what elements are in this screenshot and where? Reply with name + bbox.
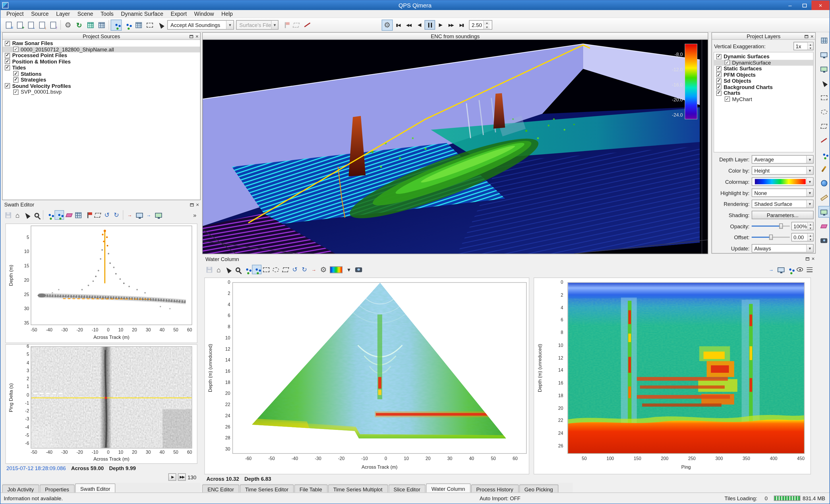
save-icon[interactable] xyxy=(3,210,13,220)
polygon-select-icon[interactable] xyxy=(93,210,102,220)
fast-forward-ping-icon[interactable]: ▶▶ xyxy=(178,473,186,481)
monitor-red-icon[interactable] xyxy=(134,210,144,220)
wc-settings-gear-icon[interactable] xyxy=(319,265,328,274)
tab-properties[interactable]: Properties xyxy=(40,484,74,493)
tab-swath-editor[interactable]: Swath Editor xyxy=(75,483,116,493)
tree-item-strategies[interactable]: Strategies xyxy=(3,77,200,83)
toolbar-overflow-icon[interactable] xyxy=(190,210,199,220)
grid-icon[interactable] xyxy=(73,210,83,220)
tree-item-sound-velocity-profiles[interactable]: Sound Velocity Profiles xyxy=(3,83,200,89)
point-select-icon[interactable] xyxy=(45,210,55,220)
maximize-button[interactable] xyxy=(797,1,811,10)
next-ping-icon[interactable]: ▶ xyxy=(168,473,177,481)
point-edit-icon[interactable] xyxy=(55,210,64,220)
layer-table-icon[interactable] xyxy=(818,34,830,46)
select-soundings-icon[interactable] xyxy=(110,19,122,30)
globe-icon[interactable] xyxy=(818,178,830,189)
title-bar[interactable]: QPS Qimera – × xyxy=(1,1,829,10)
wc-fan-display[interactable] xyxy=(233,283,526,454)
minimize-button[interactable]: – xyxy=(783,1,797,10)
checkbox[interactable] xyxy=(725,60,730,65)
colormap-select[interactable] xyxy=(328,265,344,274)
checkbox[interactable] xyxy=(13,89,19,94)
open-project-icon[interactable] xyxy=(14,19,26,30)
spline-filter-icon[interactable] xyxy=(302,19,313,30)
tab-time-series-multiplot[interactable]: Time Series Multiplot xyxy=(328,484,388,493)
spin-down-icon[interactable]: ▼ xyxy=(808,237,813,241)
send-to-view-icon[interactable]: → xyxy=(144,210,154,220)
spin-down-icon[interactable]: ▼ xyxy=(808,226,813,230)
layer-charts[interactable]: Charts xyxy=(714,90,813,96)
processing-settings-icon[interactable] xyxy=(63,19,74,30)
point-select-icon[interactable] xyxy=(242,265,252,274)
edit-table-icon[interactable] xyxy=(133,19,144,30)
menu-source[interactable]: Source xyxy=(27,11,52,17)
reprocess-icon[interactable] xyxy=(73,19,85,30)
checkbox[interactable] xyxy=(716,72,722,77)
eraser-icon[interactable] xyxy=(818,220,830,232)
spin-up-icon[interactable]: ▲ xyxy=(808,222,813,226)
tab-file-table[interactable]: File Table xyxy=(294,484,327,493)
layer-dynamic-surfaces[interactable]: Dynamic Surfaces xyxy=(714,54,813,59)
tree-item-svp-file[interactable]: SVP_00001.bsvp xyxy=(3,89,200,95)
layer-mychart[interactable]: MyChart xyxy=(714,96,813,102)
rect-select-icon[interactable] xyxy=(261,265,271,274)
scene-3d-view[interactable]: -8.0 -12.0 -16.0 -20.0 -24.0 xyxy=(203,40,708,254)
save-icon[interactable] xyxy=(204,265,214,274)
checkbox[interactable] xyxy=(716,78,722,83)
checkbox[interactable] xyxy=(716,66,722,71)
polygon-select-icon[interactable] xyxy=(281,265,290,274)
filter-reject-icon[interactable] xyxy=(291,19,302,30)
tree-item-processed-point-files[interactable]: Processed Point Files xyxy=(3,53,200,59)
add-processed-points-icon[interactable] xyxy=(36,19,47,30)
tab-job-activity[interactable]: Job Activity xyxy=(2,484,39,493)
home-view-icon[interactable] xyxy=(214,265,223,274)
vertical-exaggeration-spinner[interactable]: 1x ▲▼ xyxy=(794,42,813,51)
tab-water-column[interactable]: Water Column xyxy=(426,483,470,493)
wc-fan-plotbox[interactable] xyxy=(232,282,526,454)
add-navigation-icon[interactable] xyxy=(47,19,59,30)
tab-process-history[interactable]: Process History xyxy=(471,484,518,493)
menu-tools[interactable]: Tools xyxy=(97,11,117,17)
wc-echo-plotbox[interactable] xyxy=(568,282,805,454)
polygon-select-icon[interactable] xyxy=(818,120,830,132)
highlight-by-select[interactable]: None xyxy=(752,188,813,197)
tree-item-position-motion-files[interactable]: Position & Motion Files xyxy=(3,59,200,65)
tree-item-stations[interactable]: Stations xyxy=(3,71,200,77)
close-panel-icon[interactable] xyxy=(195,34,199,39)
checkbox[interactable] xyxy=(716,54,722,59)
project-layers-title-bar[interactable]: Project Layers xyxy=(712,33,816,40)
tab-slice-editor[interactable]: Slice Editor xyxy=(388,484,425,493)
select-cursor-icon[interactable] xyxy=(223,265,233,274)
lasso-select-icon[interactable] xyxy=(271,265,281,274)
project-sources-title-bar[interactable]: Project Sources xyxy=(3,33,200,40)
update-select[interactable]: Always xyxy=(752,244,813,253)
rect-select-icon[interactable] xyxy=(818,92,830,103)
add-raw-sonar-icon[interactable] xyxy=(26,19,37,30)
zoom-icon[interactable] xyxy=(233,265,242,274)
files-filter-select[interactable]: Surface's Files xyxy=(236,20,279,30)
spin-down-icon[interactable]: ▼ xyxy=(808,46,813,50)
zoom-icon[interactable] xyxy=(32,210,41,220)
colormap-dropdown-icon[interactable]: ▾ xyxy=(344,265,353,274)
playback-speed-spinner[interactable]: 2.50 ▲▼ xyxy=(469,20,492,30)
spin-up-icon[interactable]: ▲ xyxy=(484,21,490,25)
float-panel-icon[interactable] xyxy=(806,257,809,260)
slice-edit-icon[interactable] xyxy=(144,19,155,30)
close-button[interactable]: × xyxy=(811,1,829,10)
tree-item-raw-sonar-files[interactable]: Raw Sonar Files xyxy=(3,40,200,46)
playback-fast-forward-icon[interactable] xyxy=(446,20,456,30)
swath-noise-plot[interactable] xyxy=(31,347,192,448)
eraser-icon[interactable] xyxy=(64,210,73,220)
split-view-icon[interactable] xyxy=(818,63,830,75)
opacity-spinner[interactable]: 100%▲▼ xyxy=(791,222,813,230)
layer-dynamic-surface[interactable]: DynamicSurface xyxy=(714,59,813,65)
float-panel-icon[interactable] xyxy=(190,35,193,38)
select-points-icon[interactable] xyxy=(122,19,133,30)
tab-time-series-editor[interactable]: Time Series Editor xyxy=(240,484,294,493)
redo-icon[interactable] xyxy=(300,265,309,274)
select-cursor-icon[interactable] xyxy=(818,77,830,89)
soundings-mode-select[interactable]: Accept All Soundings xyxy=(167,20,234,30)
playback-first-icon[interactable] xyxy=(393,20,403,30)
playback-rewind-icon[interactable] xyxy=(403,20,414,30)
